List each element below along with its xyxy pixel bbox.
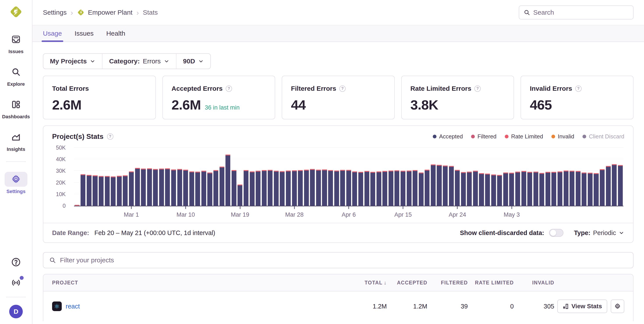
category-selector[interactable]: Category: Errors [102,54,176,69]
col-accepted[interactable]: ACCEPTED [387,280,427,286]
chart-bar[interactable] [618,165,623,206]
global-search[interactable] [519,5,634,19]
chart-bar[interactable] [382,171,387,206]
chart-bar[interactable] [570,171,574,206]
project-selector[interactable]: My Projects [43,54,102,69]
chart-bar[interactable] [527,172,532,206]
chart-bar[interactable] [304,170,309,206]
chart-bar[interactable] [376,171,381,206]
sentry-logo[interactable] [9,5,23,19]
chart-bar[interactable] [419,172,424,206]
chart-bar[interactable] [600,169,604,206]
legend-item-accepted[interactable]: Accepted [433,133,463,140]
chart-bar[interactable] [334,170,339,206]
chart-bar[interactable] [370,172,375,206]
chart-bar[interactable] [552,172,556,206]
chart-bar[interactable] [564,170,568,206]
chart-bar[interactable] [546,172,550,206]
chart-bar[interactable] [340,170,345,206]
chart-bar[interactable] [165,168,170,206]
chart-bar[interactable] [207,172,212,206]
breadcrumb-settings[interactable]: Settings [43,9,66,16]
chart-bar[interactable] [189,171,194,206]
chart-bar[interactable] [147,168,152,206]
chart-bar[interactable] [558,171,562,206]
chart-bar[interactable] [262,170,266,206]
help-icon[interactable]: ? [575,85,582,92]
chart-bar[interactable] [202,171,206,206]
tab-usage[interactable]: Usage [43,25,62,41]
chart-bar[interactable] [159,168,164,206]
legend-item-invalid[interactable]: Invalid [552,133,574,140]
chart-bar[interactable] [238,184,242,206]
chart-bar[interactable] [226,155,230,206]
chart-bar[interactable] [123,175,128,206]
chart-bar[interactable] [117,176,122,206]
chart-bar[interactable] [503,172,508,206]
help-icon[interactable]: ? [474,85,481,92]
chart-bar[interactable] [129,171,134,206]
chart-bar[interactable] [509,173,514,206]
chart-bar[interactable] [534,172,538,206]
legend-item-client-discard[interactable]: Client Discard [582,133,624,140]
project-filter-input[interactable] [60,256,627,264]
chart-bar[interactable] [388,170,393,206]
chart-bar[interactable] [250,171,254,206]
chart-bar[interactable] [328,170,333,206]
chart-bar[interactable] [177,169,182,206]
chart-bar[interactable] [594,173,598,206]
chart-bar[interactable] [232,170,236,206]
col-filtered[interactable]: FILTERED [427,280,468,286]
chart-bar[interactable] [286,170,291,206]
chart-bar[interactable] [431,164,436,206]
help-icon[interactable]: ? [107,133,114,140]
chart-bar[interactable] [352,171,357,206]
chart-bar[interactable] [485,173,490,206]
help-button[interactable] [11,257,21,268]
chart-bar[interactable] [346,170,351,206]
sidebar-item-insights[interactable]: Insights [4,130,27,152]
chart-bar[interactable] [280,171,284,206]
help-icon[interactable]: ? [339,85,346,92]
chart-bar[interactable] [105,176,110,206]
chart-bar[interactable] [298,170,303,206]
legend-item-filtered[interactable]: Filtered [471,133,496,140]
chart-bar[interactable] [244,170,248,206]
chart-bar[interactable] [539,173,544,206]
chart-bar[interactable] [214,170,218,206]
chart-bar[interactable] [588,173,592,206]
chart-bar[interactable] [195,172,200,206]
tab-health[interactable]: Health [106,25,125,41]
sidebar-item-dashboards[interactable]: Dashboards [2,97,30,120]
chart-bar[interactable] [99,176,104,206]
chart-bar[interactable] [292,170,297,206]
chart-bar[interactable] [256,171,260,206]
chart-bar[interactable] [358,172,363,206]
chart-bar[interactable] [316,170,321,206]
tab-issues[interactable]: Issues [75,25,94,41]
chart-bar[interactable] [455,170,460,206]
col-total[interactable]: TOTAL↓ [346,280,387,286]
chart-bar[interactable] [310,169,315,206]
sidebar-item-explore[interactable]: Explore [4,64,27,87]
global-search-input[interactable] [533,9,629,16]
chart-bar[interactable] [407,170,412,206]
help-icon[interactable]: ? [226,85,232,92]
chart-bar[interactable] [606,166,611,206]
chart-bar[interactable] [268,170,272,206]
type-selector[interactable]: Type: Periodic [574,229,624,237]
chart-bar[interactable] [80,174,85,206]
chart-bar[interactable] [92,175,98,206]
chart-bar[interactable] [522,171,526,206]
breadcrumb-org[interactable]: Empower Plant [88,9,132,16]
chart-bar[interactable] [497,175,502,206]
chart-bar[interactable] [461,172,466,206]
project-filter[interactable] [43,252,634,268]
project-link[interactable]: react [66,303,80,310]
chart-bar[interactable] [111,176,116,206]
legend-item-rate-limited[interactable]: Rate Limited [505,133,543,140]
chart-bar[interactable] [491,174,496,206]
col-invalid[interactable]: INVALID [514,280,554,286]
date-range-selector[interactable]: 90D [176,54,210,69]
chart-bar[interactable] [437,165,442,206]
